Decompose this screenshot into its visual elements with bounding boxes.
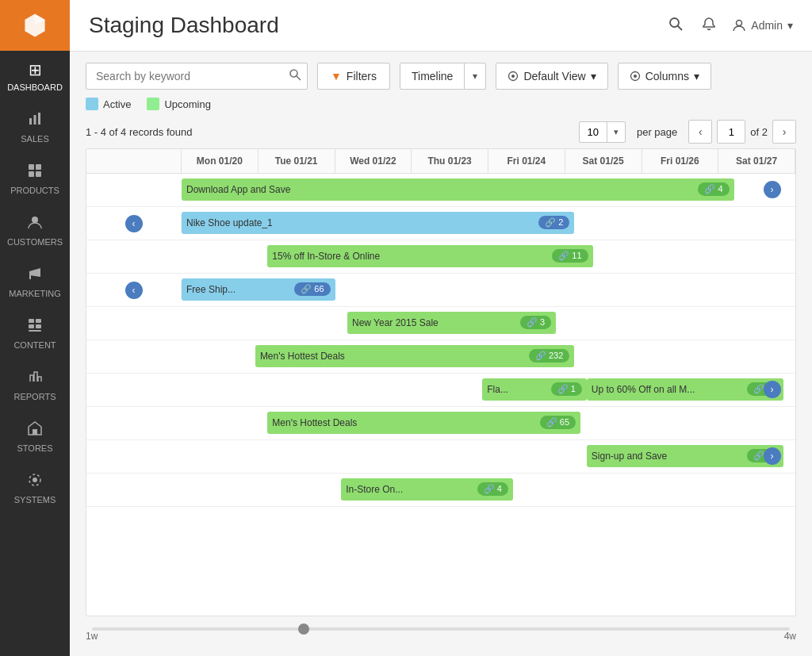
- per-page-dropdown[interactable]: ▾: [607, 123, 625, 141]
- left-arrow[interactable]: ‹: [125, 282, 143, 299]
- svg-point-25: [634, 75, 637, 78]
- content-icon: [27, 317, 43, 337]
- sidebar-item-customers[interactable]: CUSTOMERS: [0, 205, 70, 256]
- day-col-3: Thu 01/23: [412, 149, 488, 173]
- table-row: ‹ Nike Shoe update_1 🔗 2: [86, 207, 795, 240]
- sidebar-item-label: CONTENT: [13, 340, 56, 350]
- table-row: Fla... 🔗 1 Up to 60% Off on all M... 🔗 9…: [86, 374, 795, 407]
- sidebar-item-systems[interactable]: SYSTEMS: [0, 462, 70, 514]
- next-page-button[interactable]: ›: [772, 120, 796, 144]
- day-col-2: Wed 01/22: [335, 149, 412, 173]
- campaign-bar[interactable]: Fla... 🔗 1: [482, 378, 587, 401]
- active-swatch: [86, 98, 98, 110]
- row-area: New Year 2015 Sale 🔗 3: [182, 307, 795, 340]
- row-gutter: ‹: [86, 215, 182, 232]
- reports-icon: [27, 369, 43, 389]
- svg-rect-6: [36, 171, 41, 177]
- sidebar-item-marketing[interactable]: MARKETING: [0, 256, 70, 308]
- timeline-label: Timeline: [400, 63, 465, 89]
- pagination-controls: 10 ▾ per page ‹ of 2 ›: [579, 120, 797, 144]
- timeline-dropdown-arrow[interactable]: ▾: [465, 64, 485, 88]
- campaign-name: Men's Hottest Deals: [272, 417, 534, 428]
- notifications-button[interactable]: [699, 13, 719, 38]
- page-of-text: of 2: [750, 126, 768, 138]
- campaign-name: Sign-up and Save: [592, 451, 742, 462]
- campaign-bar[interactable]: 15% off In-Store & Online 🔗 11: [267, 245, 592, 267]
- columns-chevron: ▾: [694, 70, 699, 82]
- day-headers: Mon 01/20 Tue 01/21 Wed 01/22 Thu 01/23 …: [86, 149, 795, 174]
- day-col-0: Mon 01/20: [182, 149, 259, 173]
- right-arrow[interactable]: ›: [764, 181, 781, 198]
- sidebar-item-stores[interactable]: STORES: [0, 411, 70, 462]
- admin-chevron-icon: ▾: [787, 19, 793, 32]
- table-row: ‹ Free Ship... 🔗 66: [86, 274, 795, 307]
- row-area: Download App and Save 🔗 4 ›: [182, 174, 795, 207]
- page-number-input[interactable]: [717, 120, 745, 144]
- upcoming-label: Upcoming: [164, 98, 211, 110]
- search-submit-button[interactable]: [289, 68, 301, 84]
- toolbar: ▼ Filters Timeline ▾ Default View ▾ Colu…: [70, 52, 812, 90]
- systems-icon: [27, 472, 43, 492]
- svg-rect-11: [29, 324, 34, 328]
- campaign-name: Fla...: [487, 384, 546, 395]
- sidebar-item-products[interactable]: PRODUCTS: [0, 153, 70, 205]
- filters-button[interactable]: ▼ Filters: [317, 63, 390, 90]
- campaign-bar[interactable]: Sign-up and Save 🔗 4: [587, 445, 783, 467]
- active-label: Active: [103, 98, 131, 110]
- svg-rect-3: [29, 164, 34, 170]
- campaign-badge: 🔗 4: [477, 482, 508, 496]
- zoom-max-label: 4w: [784, 631, 796, 642]
- svg-point-23: [511, 75, 515, 78]
- search-wrap: [86, 63, 308, 90]
- campaign-bar[interactable]: In-Store On... 🔗 4: [341, 478, 513, 501]
- filter-icon: ▼: [331, 70, 342, 82]
- day-col-6: Fri 01/26: [642, 149, 719, 173]
- customers-icon: [27, 214, 43, 234]
- svg-rect-12: [36, 324, 41, 328]
- campaign-bar[interactable]: Download App and Save 🔗 4: [182, 178, 734, 201]
- products-icon: [27, 163, 43, 182]
- right-arrow-2[interactable]: ›: [764, 381, 781, 398]
- day-col-4: Fri 01/24: [488, 149, 565, 173]
- columns-button[interactable]: Columns ▾: [618, 63, 711, 90]
- prev-page-button[interactable]: ‹: [688, 120, 712, 144]
- campaign-name: Free Ship...: [186, 284, 289, 295]
- svg-rect-10: [36, 319, 41, 323]
- sidebar-item-label: SYSTEMS: [14, 495, 56, 504]
- day-col-7: Sat 01/27: [718, 149, 795, 173]
- search-input[interactable]: [86, 63, 308, 90]
- svg-rect-8: [29, 275, 31, 279]
- row-area: Men's Hottest Deals 🔗 232: [182, 340, 795, 374]
- sidebar-item-sales[interactable]: SALES: [0, 102, 70, 153]
- campaign-bar[interactable]: Nike Shoe update_1 🔗 2: [182, 212, 574, 234]
- campaign-bar[interactable]: Free Ship... 🔗 66: [182, 278, 335, 301]
- sidebar-item-content[interactable]: CONTENT: [0, 308, 70, 359]
- left-arrow[interactable]: ‹: [125, 215, 143, 232]
- stores-icon: [27, 420, 43, 440]
- row-gutter: ‹: [86, 282, 182, 299]
- svg-point-20: [290, 70, 297, 77]
- sidebar-item-label: PRODUCTS: [10, 186, 59, 195]
- day-col-1: Tue 01/21: [259, 149, 335, 173]
- sidebar-item-label: MARKETING: [9, 289, 60, 298]
- campaign-name: Download App and Save: [186, 184, 693, 195]
- campaign-bar-2[interactable]: Up to 60% Off on all M... 🔗 9: [587, 378, 783, 401]
- campaign-bar[interactable]: Men's Hottest Deals 🔗 232: [255, 345, 574, 367]
- timeline-select: Timeline ▾: [400, 63, 486, 90]
- search-button[interactable]: [665, 13, 686, 38]
- svg-rect-5: [29, 171, 34, 177]
- sidebar-item-reports[interactable]: REPORTS: [0, 359, 70, 411]
- sidebar-item-label: REPORTS: [14, 392, 56, 401]
- campaign-bar[interactable]: Men's Hottest Deals 🔗 65: [267, 412, 580, 434]
- svg-line-18: [678, 25, 683, 30]
- svg-rect-13: [29, 330, 41, 332]
- default-view-button[interactable]: Default View ▾: [496, 63, 607, 90]
- row-area: 15% off In-Store & Online 🔗 11: [182, 240, 795, 274]
- admin-menu-button[interactable]: Admin ▾: [732, 18, 793, 33]
- right-arrow[interactable]: ›: [764, 447, 781, 465]
- sidebar-item-dashboard[interactable]: ⊞ DASHBOARD: [0, 51, 70, 102]
- campaign-name: New Year 2015 Sale: [352, 317, 515, 328]
- campaign-bar[interactable]: New Year 2015 Sale 🔗 3: [347, 312, 556, 334]
- svg-rect-2: [38, 113, 40, 125]
- table-row: Men's Hottest Deals 🔗 232: [86, 340, 795, 374]
